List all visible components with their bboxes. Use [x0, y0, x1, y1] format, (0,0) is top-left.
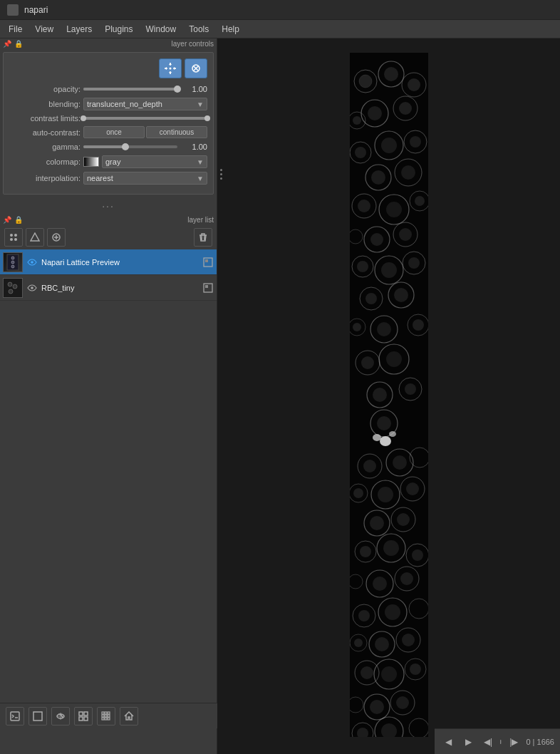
gamma-label: gamma: [9, 143, 81, 151]
opacity-slider[interactable] [83, 84, 177, 94]
menu-file[interactable]: File [3, 23, 28, 36]
blending-value: translucent_no_depth [87, 100, 162, 108]
svg-point-5 [14, 238, 17, 241]
more-options-dots[interactable]: ··· [0, 197, 217, 215]
svg-point-106 [378, 487, 393, 502]
svg-point-134 [402, 634, 415, 646]
svg-rect-22 [33, 712, 42, 721]
svg-rect-34 [102, 718, 104, 720]
svg-point-110 [406, 482, 419, 495]
svg-point-51 [381, 138, 397, 153]
opacity-label: opacity: [9, 85, 81, 93]
menu-view[interactable]: View [29, 23, 59, 36]
interpolation-label: interpolation: [9, 174, 81, 182]
current-frame: 0 [526, 738, 530, 746]
svg-rect-27 [84, 717, 88, 721]
frame-end-button[interactable]: |▶ [506, 734, 522, 750]
expand-button[interactable] [74, 707, 93, 725]
frame-prev-button[interactable]: ◀| [480, 734, 496, 750]
svg-point-65 [415, 196, 425, 206]
svg-point-99 [389, 431, 396, 437]
gamma-slider[interactable] [83, 142, 177, 152]
svg-point-142 [410, 663, 421, 675]
terminal-button[interactable] [6, 707, 24, 725]
menu-plugins[interactable]: Plugins [99, 23, 138, 36]
svg-rect-24 [79, 712, 83, 716]
home-button[interactable] [120, 707, 138, 725]
svg-marker-6 [31, 233, 39, 241]
svg-point-144 [370, 700, 384, 714]
svg-point-15 [8, 282, 12, 286]
interpolation-select[interactable]: nearest ▼ [83, 172, 207, 185]
layer-item-rbc-tiny[interactable]: RBC_tiny [0, 275, 217, 301]
controls-panel: opacity: 1.00 blending: translucent_no_d… [3, 52, 214, 195]
transform-tool-button[interactable] [185, 58, 207, 78]
delete-layer-button[interactable] [194, 228, 212, 247]
gamma-row: gamma: 1.00 [9, 142, 207, 152]
panel-resize-handle[interactable] [217, 153, 224, 195]
blending-row: blending: translucent_no_depth ▼ [9, 98, 207, 110]
svg-point-61 [358, 200, 370, 212]
add-shapes-button[interactable] [26, 228, 44, 247]
blending-select[interactable]: translucent_no_depth ▼ [83, 98, 207, 110]
playback-slider[interactable] [500, 740, 502, 744]
svg-point-78 [365, 293, 377, 304]
contrast-limits-row: contrast limits: [9, 114, 207, 123]
layer-visibility-rbc-tiny[interactable] [26, 282, 38, 294]
menu-layers[interactable]: Layers [61, 23, 98, 36]
auto-contrast-buttons: once continuous [83, 126, 207, 138]
opacity-value: 1.00 [180, 85, 207, 93]
layer-controls-header: 📌 🔒 layer controls [0, 38, 217, 49]
playback-bar: ◀ ▶ ◀| |▶ 0 | 1666 [435, 728, 560, 754]
svg-rect-36 [108, 718, 110, 720]
svg-rect-25 [84, 712, 88, 716]
app-title: napari [24, 5, 48, 15]
svg-point-57 [371, 170, 385, 185]
svg-point-90 [361, 356, 374, 369]
menubar: File View Layers Plugins Window Tools He… [0, 20, 560, 38]
frame-start-button[interactable]: ◀ [440, 734, 456, 750]
svg-point-146 [396, 696, 409, 709]
app-icon [7, 4, 19, 16]
svg-point-112 [370, 516, 384, 530]
layer-item-napari-lattice[interactable]: Napari Lattice Preview [0, 249, 217, 275]
svg-rect-21 [11, 712, 19, 721]
contrast-left-thumb[interactable] [81, 115, 86, 121]
contrast-right-thumb[interactable] [204, 115, 210, 121]
svg-point-129 [358, 610, 370, 621]
layer-controls-title: layer controls [26, 40, 214, 48]
svg-point-45 [368, 106, 382, 120]
viewer-button[interactable] [28, 707, 47, 725]
menu-window[interactable]: Window [140, 23, 182, 36]
layer-type-icon-napari-lattice [202, 257, 214, 268]
layer-list-pin-icon: 📌 [3, 216, 11, 224]
add-labels-button[interactable] [47, 228, 66, 247]
svg-point-138 [381, 666, 397, 682]
svg-point-103 [393, 455, 407, 470]
layer-name-napari-lattice: Napari Lattice Preview [41, 258, 199, 267]
colormap-select[interactable]: gray ▼ [102, 155, 207, 168]
svg-point-10 [11, 261, 14, 264]
left-panel: 📌 🔒 layer controls [0, 38, 217, 754]
interpolation-row: interpolation: nearest ▼ [9, 172, 207, 185]
layer-tools-bar [0, 225, 217, 249]
auto-contrast-label: auto-contrast: [9, 128, 81, 137]
colormap-label: colormap: [9, 157, 81, 166]
auto-contrast-continuous-button[interactable]: continuous [146, 126, 207, 138]
move-tool-button[interactable] [159, 58, 182, 78]
svg-point-92 [373, 388, 387, 402]
layer-visibility-napari-lattice[interactable] [26, 256, 38, 269]
layer-thumbnail-napari-lattice [3, 252, 23, 272]
add-points-button[interactable] [4, 228, 23, 247]
svg-rect-26 [79, 717, 83, 721]
canvas-area[interactable]: ◀ ▶ ◀| |▶ 0 | 1666 [217, 38, 560, 754]
grid-button[interactable] [97, 707, 115, 725]
menu-help[interactable]: Help [216, 23, 245, 36]
contrast-limits-slider[interactable] [83, 117, 207, 120]
svg-point-88 [386, 351, 402, 367]
play-button[interactable]: ▶ [460, 734, 476, 750]
blending-label: blending: [9, 100, 81, 108]
3d-rotate-button[interactable] [51, 707, 70, 725]
menu-tools[interactable]: Tools [183, 23, 214, 36]
auto-contrast-once-button[interactable]: once [83, 126, 145, 138]
